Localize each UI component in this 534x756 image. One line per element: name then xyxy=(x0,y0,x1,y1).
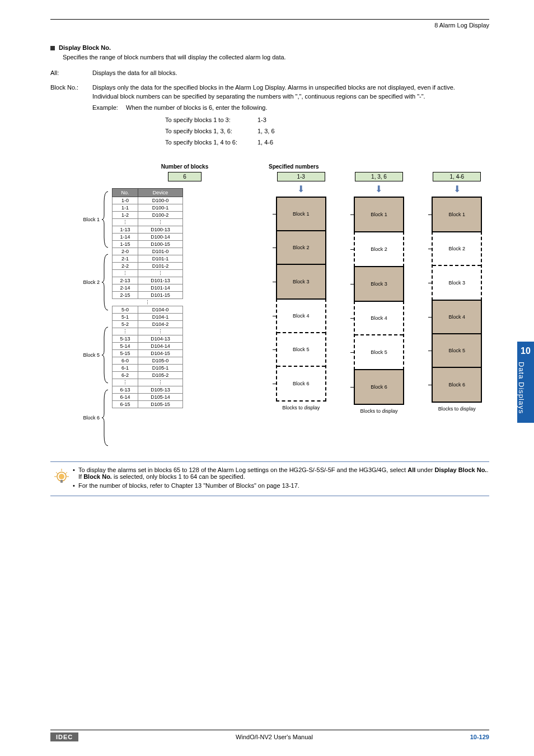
table-cell: 1-1 xyxy=(113,204,138,212)
table-cell: 5-13 xyxy=(113,335,138,343)
footer-title: WindO/I-NV2 User's Manual xyxy=(236,734,313,740)
example-text: When the number of blocks is 6, enter th… xyxy=(126,104,489,111)
table-cell: 1-2 xyxy=(113,212,138,219)
table-cell: 1-15 xyxy=(113,241,138,248)
block-table: No.Device 1-0D100-01-1D100-11-2D100-2⋮⋮1… xyxy=(112,188,183,408)
table-cell: ⋮ xyxy=(113,219,138,226)
caption: Blocks to display xyxy=(282,405,320,410)
table-cell: D105-0 xyxy=(138,357,183,365)
table-cell: D105-1 xyxy=(138,365,183,372)
right-col-title: Specified numbers xyxy=(269,164,489,170)
note-1: To display the alarms set in blocks 65 t… xyxy=(73,466,489,480)
block-cell: Block 1 xyxy=(433,198,481,231)
table-cell: ⋮ xyxy=(138,270,183,277)
table-cell: D101-15 xyxy=(138,292,183,299)
brand-logo: IDEC xyxy=(50,732,78,741)
spec-line-r: 1-3 xyxy=(257,116,266,123)
side-tab: 10 Data Displays xyxy=(517,342,534,423)
block-cell: Block 3 xyxy=(433,266,481,300)
block-cell: Block 6 xyxy=(433,368,481,402)
table-cell: D104-1 xyxy=(138,314,183,321)
bracket-label: Block 1 xyxy=(83,217,100,222)
def-all: Displays the data for all blocks. xyxy=(92,69,489,76)
bracket-label: Block 6 xyxy=(83,415,100,421)
table-cell: 2-1 xyxy=(113,255,138,263)
table-cell: D101-13 xyxy=(138,277,183,284)
table-cell: D100-0 xyxy=(138,197,183,204)
th-device: Device xyxy=(138,189,183,197)
block-cell: Block 6 xyxy=(355,370,403,404)
table-cell: D104-0 xyxy=(138,306,183,314)
def-blockno-1: Displays only the data for the specified… xyxy=(92,84,489,91)
brace-icon xyxy=(102,253,109,311)
left-col-title: Number of blocks xyxy=(112,164,257,170)
table-cell: D101-1 xyxy=(138,255,183,263)
arrow-down-icon: ⬇ xyxy=(375,184,382,194)
spec-line-l: To specify blocks 1 to 3: xyxy=(165,116,257,123)
table-cell: D105-14 xyxy=(138,394,183,401)
table-cell: D100-15 xyxy=(138,241,183,248)
bullet-square-icon xyxy=(50,45,55,52)
table-cell: ⋮ xyxy=(113,328,138,335)
table-cell: ⋮ xyxy=(113,379,138,386)
breadcrumb: 8 Alarm Log Display xyxy=(50,22,489,29)
table-cell: 2-14 xyxy=(113,284,138,292)
table-cell: 6-0 xyxy=(113,357,138,365)
block-cell: Block 5 xyxy=(433,334,481,368)
section-title: Display Block No. xyxy=(50,44,489,52)
table-cell: 6-2 xyxy=(113,372,138,379)
block-cell: Block 1 xyxy=(355,198,403,231)
def-blockno-2: Individual block numbers can be specifie… xyxy=(92,93,489,100)
spec-box: 1, 4-6 xyxy=(433,172,481,181)
block-cell: Block 3 xyxy=(277,265,325,298)
table-cell: 5-0 xyxy=(113,306,138,314)
table-cell: D105-13 xyxy=(138,386,183,394)
arrow-down-icon: ⬇ xyxy=(297,184,305,194)
block-cell: Block 5 xyxy=(355,335,403,369)
bracket-label: Block 2 xyxy=(83,279,100,285)
brace-icon xyxy=(102,389,109,447)
table-cell: 5-1 xyxy=(113,314,138,321)
section-desc: Specifies the range of block numbers tha… xyxy=(63,54,489,60)
table-cell: 1-14 xyxy=(113,234,138,241)
note-2: For the number of blocks, refer to Chapt… xyxy=(73,482,489,489)
caption: Blocks to display xyxy=(438,406,476,412)
table-cell: D104-2 xyxy=(138,321,183,328)
svg-rect-3 xyxy=(60,480,63,483)
table-cell: D100-13 xyxy=(138,226,183,234)
brace-icon xyxy=(102,326,109,384)
caption: Blocks to display xyxy=(360,408,397,414)
table-cell: 2-13 xyxy=(113,277,138,284)
table-cell: 6-1 xyxy=(113,365,138,372)
block-cell: Block 1 xyxy=(277,198,325,231)
svg-line-5 xyxy=(56,472,58,474)
table-cell: 5-15 xyxy=(113,350,138,357)
block-cell: Block 6 xyxy=(277,367,325,400)
table-cell: D100-14 xyxy=(138,234,183,241)
table-cell: D100-1 xyxy=(138,204,183,212)
bracket-label: Block 5 xyxy=(83,352,100,358)
spec-line-l: To specify blocks 1, 4 to 6: xyxy=(165,139,257,146)
table-cell: 1-0 xyxy=(113,197,138,204)
block-cell: Block 4 xyxy=(277,300,325,333)
table-cell: 2-15 xyxy=(113,292,138,299)
table-cell: 6-14 xyxy=(113,394,138,401)
example-label: Example: xyxy=(92,104,126,150)
spec-box: 1, 3, 6 xyxy=(355,172,403,181)
block-cell: Block 2 xyxy=(355,232,403,266)
table-cell: 6-15 xyxy=(113,401,138,408)
table-cell: D101-0 xyxy=(138,248,183,255)
brace-icon xyxy=(102,190,109,249)
num-blocks-box: 6 xyxy=(168,172,202,181)
spec-line-l: To specify blocks 1, 3, 6: xyxy=(165,128,257,134)
table-cell: D101-2 xyxy=(138,263,183,270)
arrow-down-icon: ⬇ xyxy=(453,184,461,194)
table-cell: ⋮ xyxy=(138,219,183,226)
table-cell: D101-14 xyxy=(138,284,183,292)
block-cell: Block 4 xyxy=(355,302,403,335)
vdots: ⋮ xyxy=(113,299,183,306)
svg-line-6 xyxy=(65,472,67,474)
th-no: No. xyxy=(113,189,138,197)
block-cell: Block 2 xyxy=(433,232,481,266)
table-cell: D100-2 xyxy=(138,212,183,219)
